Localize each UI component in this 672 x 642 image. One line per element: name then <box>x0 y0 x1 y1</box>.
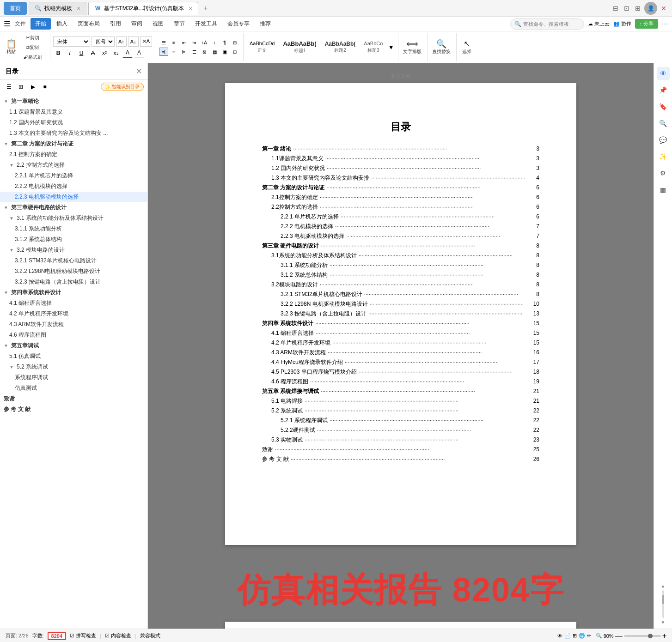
toc-item-5-1[interactable]: 5.1 仿真调试 <box>0 351 147 362</box>
zoom-slider[interactable] <box>624 635 661 637</box>
tab-close[interactable]: ✕ <box>77 6 80 11</box>
right-icon-eye[interactable]: 👁 <box>657 67 670 80</box>
toc-item-1-3[interactable]: 1.3 本文的主要研究内容及论文结构安 ... <box>0 128 147 139</box>
toc-item-ch5[interactable]: ▼ 第五章调试 <box>0 340 147 351</box>
style-heading2[interactable]: AaBbAaBb( 标题2 <box>322 39 359 55</box>
toc-item-5-2[interactable]: ▼ 5.2 系统调试 <box>0 362 147 372</box>
scroll-up-button[interactable]: ▲ <box>661 583 666 588</box>
zoom-out-button[interactable]: — <box>615 632 623 640</box>
indent-decrease-button[interactable]: ⇤ <box>179 38 189 47</box>
restore-button[interactable]: ⊡ <box>622 4 631 13</box>
ribbon-tab-reference[interactable]: 引用 <box>105 18 126 30</box>
globe-icon[interactable]: 🌐 <box>579 633 585 639</box>
border-button[interactable]: ⊟ <box>230 38 239 47</box>
align-center-button[interactable]: ≡ <box>169 48 178 56</box>
shading-button[interactable]: ▣ <box>220 48 229 56</box>
ai-badge[interactable]: ✨ 智能识别目录 <box>101 83 144 91</box>
highlight-button[interactable]: A <box>134 48 144 58</box>
line-spacing-button[interactable]: ↕ <box>210 38 219 47</box>
distribute-button[interactable]: ⊠ <box>200 48 209 56</box>
right-icon-magic[interactable]: ✨ <box>657 150 670 163</box>
para-marks-button[interactable]: ¶ <box>220 38 229 47</box>
tab-doc-close[interactable]: ✕ <box>189 6 192 11</box>
right-icon-layout[interactable]: ▦ <box>657 183 670 196</box>
numbered-list-button[interactable]: ≡ <box>169 38 178 47</box>
search-input[interactable] <box>523 21 580 27</box>
table-border-button[interactable]: ⊡ <box>230 48 239 56</box>
right-icon-pin[interactable]: 📌 <box>657 84 670 97</box>
toc-item-thanks[interactable]: 致谢 <box>0 394 147 404</box>
toc-item-3-1[interactable]: ▼ 3.1 系统的功能分析及体系结构设计 <box>0 213 147 224</box>
edit-icon[interactable]: ✏ <box>587 633 591 639</box>
more-options-button[interactable]: ⋯ <box>662 20 668 28</box>
toc-item-ch2[interactable]: ▼ 第二章 方案的设计与论证 <box>0 139 147 149</box>
ribbon-tab-layout[interactable]: 页面布局 <box>73 18 104 30</box>
tab-template[interactable]: 🔍 找稳壳模板 ✕ <box>29 2 86 15</box>
minimize-button[interactable]: ⊟ <box>611 4 620 13</box>
ribbon-tab-member[interactable]: 会员专享 <box>223 18 254 30</box>
sidebar-close-button[interactable]: ✕ <box>136 67 142 76</box>
style-heading3[interactable]: AaBbCo 标题3 <box>360 39 386 55</box>
ribbon-search[interactable]: 🔍 <box>510 18 584 30</box>
font-shrink-button[interactable]: A↓ <box>128 36 139 47</box>
toc-item-2-2-2[interactable]: 2.2.2 电机模块的选择 <box>0 181 147 192</box>
right-icon-settings[interactable]: ⚙ <box>657 167 670 180</box>
sidebar-collapse-button[interactable]: ■ <box>40 82 50 92</box>
right-icon-bookmark[interactable]: 🔖 <box>657 100 670 113</box>
toc-item-ch4[interactable]: ▼ 第四章系统软件设计 <box>0 287 147 298</box>
align-left-button[interactable]: ⫷ <box>159 48 168 56</box>
underline-button[interactable]: U <box>76 48 86 58</box>
close-button[interactable]: ✕ <box>659 4 668 13</box>
toc-item-1-1[interactable]: 1.1 课题背景及其意义 <box>0 107 147 117</box>
zoom-in-button[interactable]: + <box>662 632 666 640</box>
paste-button[interactable]: 📋 粘贴 <box>4 37 18 57</box>
subscript-button[interactable]: x₂ <box>111 48 121 58</box>
sidebar-expand-button[interactable]: ▶ <box>28 82 38 92</box>
right-icon-comment[interactable]: 💬 <box>657 133 670 146</box>
strikethrough-button[interactable]: A <box>88 48 98 58</box>
cut-button[interactable]: ✂ 剪切 <box>18 33 46 42</box>
sidebar-list-view-button[interactable]: ☰ <box>4 82 14 92</box>
toc-item-4-2[interactable]: 4.2 单片机程序开发环境 <box>0 309 147 319</box>
font-family-select[interactable]: 宋体 <box>53 36 90 47</box>
toc-item-2-2-1[interactable]: 2.2.1 单片机芯片的选择 <box>0 170 147 181</box>
toc-item-2-2-3[interactable]: 2.2.3 电机驱动模块的选择 <box>0 192 147 202</box>
font-grow-button[interactable]: A↑ <box>116 36 127 47</box>
ribbon-tab-review[interactable]: 审阅 <box>127 18 147 30</box>
avatar[interactable]: 👤 <box>644 2 657 15</box>
home-tab[interactable]: 首页 <box>4 2 27 15</box>
toc-item-1-2[interactable]: 1.2 国内外的研究状况 <box>0 117 147 128</box>
toc-item-3-2-3[interactable]: 3.2.3 按键电路（含上拉电阻）设计 <box>0 277 147 287</box>
table-icon[interactable]: ⊞ <box>573 633 577 639</box>
italic-button[interactable]: I <box>65 48 75 58</box>
clear-format-button[interactable]: ✕A <box>140 36 152 47</box>
ribbon-tab-start[interactable]: 开始 <box>31 18 51 30</box>
font-color-button[interactable]: A <box>122 48 133 58</box>
tab-document[interactable]: W 基于STM32单...转设计(仿真版本 ✕ <box>88 2 198 15</box>
format-painter-button[interactable]: 🖌 格式刷 <box>18 53 46 61</box>
col-select-button[interactable]: ▦ <box>210 48 219 56</box>
copy-button[interactable]: ⧉ 复制 <box>18 43 46 52</box>
toc-item-2-1[interactable]: 2.1 控制方案的确定 <box>0 149 147 160</box>
font-size-select[interactable]: 四号 <box>92 36 115 47</box>
grid-button[interactable]: ⊞ <box>633 4 642 13</box>
menu-icon[interactable]: ☰ <box>4 19 10 28</box>
toc-item-2-2[interactable]: ▼ 2.2 控制方式的选择 <box>0 160 147 170</box>
style-normal[interactable]: AaBbCcDd 正文 <box>246 39 278 55</box>
right-icon-search[interactable]: 🔍 <box>657 117 670 130</box>
toc-item-5-2-sim[interactable]: 仿真测试 <box>0 383 147 394</box>
toc-item-3-2[interactable]: ▼ 3.2 模块电路的设计 <box>0 245 147 255</box>
content-check-button[interactable]: ☑ 内容检查 <box>105 632 131 639</box>
collab-button[interactable]: 👥协作 <box>613 20 631 27</box>
eye-icon[interactable]: 👁 <box>557 633 562 639</box>
toc-item-ch1[interactable]: ▼ 第一章绪论 <box>0 96 147 107</box>
file-menu[interactable]: 文件 <box>15 20 26 28</box>
ribbon-tab-devtools[interactable]: 开发工具 <box>190 18 222 30</box>
style-heading1[interactable]: AaBbAaBb( 标题1 <box>280 39 319 55</box>
superscript-button[interactable]: x² <box>99 48 110 58</box>
bullet-list-button[interactable]: ☰ <box>159 38 168 47</box>
toc-item-4-1[interactable]: 4.1 编程语言选择 <box>0 298 147 309</box>
toc-item-3-1-2[interactable]: 3.1.2 系统总体结构 <box>0 234 147 245</box>
sidebar-grid-view-button[interactable]: ⊞ <box>16 82 26 92</box>
document-area[interactable]: 参考文献 目录 第一章 绪论··························… <box>148 63 654 629</box>
